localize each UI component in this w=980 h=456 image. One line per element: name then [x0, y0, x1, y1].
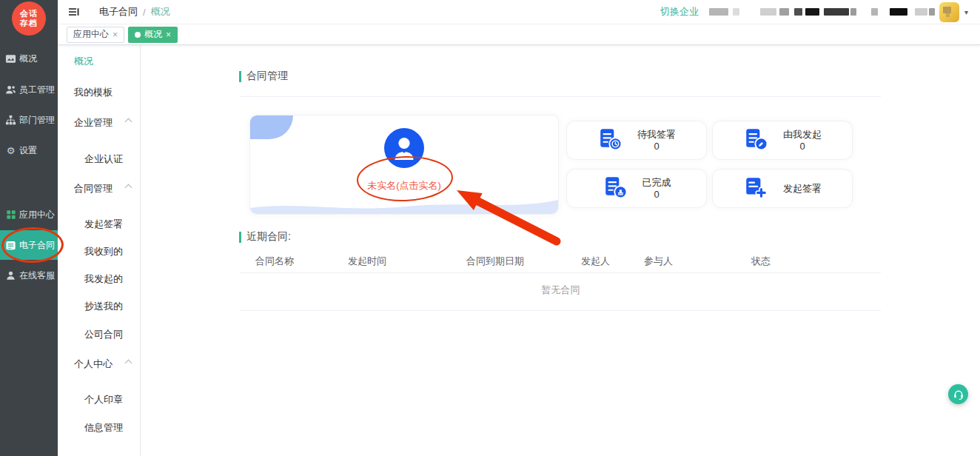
- column-contract-name: 合同名称: [241, 255, 348, 268]
- sidebar-item-label: 应用中心: [19, 209, 55, 221]
- sidebar-item-app-center[interactable]: 应用中心: [0, 207, 58, 223]
- e-contract-icon: [5, 240, 16, 251]
- tabs-view-bar: 应用中心 × 概况 ×: [58, 24, 980, 45]
- divider: [241, 310, 881, 311]
- sidebar-item-label: 概况: [19, 53, 37, 65]
- card-awaiting-my-signature[interactable]: 待我签署 0: [566, 121, 707, 160]
- secondary-sidebar: 概况 我的模板 企业管理 企业认证 合同管理 发起签署 我收到的 我发起的 抄送…: [58, 45, 141, 456]
- customer-service-icon: [5, 270, 16, 281]
- sidebar-item-customer-service[interactable]: 在线客服: [0, 267, 58, 284]
- topbar-right: 切换企业 ▾: [660, 2, 968, 22]
- decorative-wave: [250, 196, 558, 214]
- departments-icon: [5, 115, 16, 126]
- column-expiry-date: 合同到期日期: [466, 255, 581, 268]
- sidebar-item-employees[interactable]: 员工管理: [0, 81, 58, 98]
- employees-icon: [5, 84, 16, 95]
- divider: [241, 272, 881, 273]
- menu-personal-seal[interactable]: 个人印章: [58, 393, 140, 406]
- settings-icon: ⚙: [5, 145, 16, 156]
- stat-label: 待我签署: [637, 128, 676, 141]
- sidebar-item-label: 员工管理: [19, 84, 55, 96]
- app-root: 会话 存档 概况 员工管理 部门管理 ⚙ 设置: [0, 0, 980, 456]
- column-participants: 参与人: [644, 255, 751, 268]
- column-status: 状态: [751, 255, 881, 268]
- doc-edit-icon: [743, 127, 768, 155]
- stat-label: 已完成: [642, 176, 671, 189]
- primary-sidebar: 会话 存档 概况 员工管理 部门管理 ⚙ 设置: [0, 0, 58, 456]
- menu-enterprise-certification[interactable]: 企业认证: [58, 152, 140, 166]
- card-initiated-by-me[interactable]: 由我发起 0: [712, 121, 853, 160]
- doc-add-icon: [743, 175, 768, 203]
- contracts-table-header: 合同名称 发起时间 合同到期日期 发起人 参与人 状态: [241, 255, 881, 268]
- sidebar-item-label: 电子合同: [19, 239, 55, 252]
- breadcrumb-current: 概况: [151, 5, 170, 19]
- decorative-blob: [250, 115, 293, 139]
- headset-icon: [953, 389, 964, 400]
- sidebar-item-settings[interactable]: ⚙ 设置: [0, 142, 58, 158]
- section-title-recent-contracts: 近期合同:: [239, 230, 291, 244]
- sidebar-item-label: 在线客服: [19, 269, 55, 282]
- sidebar-item-e-contract[interactable]: 电子合同: [0, 230, 58, 260]
- dropdown-caret-icon[interactable]: ▾: [964, 8, 968, 16]
- breadcrumb-parent[interactable]: 电子合同: [99, 5, 138, 19]
- close-icon[interactable]: ×: [166, 30, 171, 39]
- active-tab-dot: [135, 32, 141, 38]
- menu-received[interactable]: 我收到的: [58, 245, 140, 258]
- menu-cc-to-me[interactable]: 抄送我的: [58, 300, 140, 313]
- title-accent-bar: [239, 71, 241, 82]
- card-completed[interactable]: 已完成 0: [566, 169, 707, 208]
- section-title-text: 近期合同:: [246, 230, 291, 244]
- main-content: 合同管理 未实名(点击实名) 待我签署 0: [141, 45, 980, 456]
- sidebar-item-departments[interactable]: 部门管理: [0, 112, 58, 128]
- stat-label: 由我发起: [783, 128, 822, 141]
- tab-overview[interactable]: 概况 ×: [128, 27, 178, 43]
- menu-my-templates[interactable]: 我的模板: [58, 86, 140, 99]
- tab-label: 应用中心: [73, 28, 109, 41]
- stat-value: 0: [637, 141, 676, 152]
- logo-line1: 会话: [20, 9, 38, 19]
- section-title-contract-management: 合同管理: [239, 70, 288, 83]
- tab-label: 概况: [144, 28, 162, 41]
- title-accent-bar: [239, 232, 241, 243]
- tab-app-center[interactable]: 应用中心 ×: [67, 27, 124, 43]
- column-initiated-time: 发起时间: [348, 255, 466, 268]
- menu-initiate-signing[interactable]: 发起签署: [58, 218, 140, 231]
- card-initiate-signing[interactable]: 发起签署: [712, 169, 853, 208]
- stat-label: 发起签署: [783, 182, 822, 195]
- menu-initiated-by-me[interactable]: 我发起的: [58, 272, 140, 286]
- switch-company-link[interactable]: 切换企业: [660, 5, 699, 19]
- menu-company-contracts[interactable]: 公司合同: [58, 328, 140, 341]
- menu-info-management[interactable]: 信息管理: [58, 421, 140, 435]
- stat-value: 0: [642, 189, 671, 201]
- app-center-icon: [5, 209, 16, 221]
- breadcrumb-separator: /: [143, 7, 146, 18]
- realname-status-text[interactable]: 未实名(点击实名): [250, 179, 558, 192]
- realname-status-card[interactable]: 未实名(点击实名): [249, 115, 559, 215]
- doc-stamp-icon: [603, 175, 628, 203]
- column-initiator: 发起人: [581, 255, 644, 268]
- stat-value: 0: [783, 141, 822, 152]
- menu-fold-icon[interactable]: [68, 6, 80, 18]
- user-avatar-icon[interactable]: [383, 127, 425, 172]
- breadcrumb: 电子合同 / 概况: [99, 5, 170, 19]
- close-icon[interactable]: ×: [113, 30, 118, 39]
- overview-icon: [5, 53, 16, 64]
- customer-service-fab[interactable]: [948, 384, 968, 404]
- empty-state-text: 暂无合同: [241, 284, 881, 297]
- sidebar-item-overview[interactable]: 概况: [0, 50, 58, 67]
- user-avatar[interactable]: [939, 2, 959, 22]
- doc-clock-icon: [597, 127, 622, 155]
- divider: [241, 96, 881, 97]
- section-title-text: 合同管理: [246, 70, 288, 83]
- redacted-user-info: [709, 8, 935, 16]
- menu-overview[interactable]: 概况: [58, 55, 140, 68]
- logo-line2: 存档: [20, 19, 38, 28]
- sidebar-item-label: 设置: [19, 144, 37, 157]
- app-logo: 会话 存档: [12, 1, 46, 36]
- topbar: 电子合同 / 概况 切换企业 ▾: [58, 0, 980, 24]
- sidebar-item-label: 部门管理: [19, 114, 55, 127]
